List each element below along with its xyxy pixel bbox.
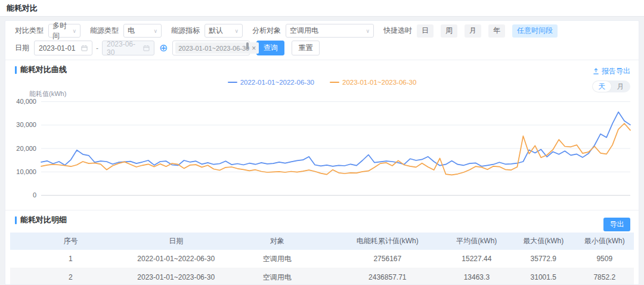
energy-type-label: 能源类型 xyxy=(90,26,119,36)
report-export-label: 报告导出 xyxy=(602,66,630,76)
query-button[interactable]: 查询 xyxy=(256,41,284,55)
detail-table: 序号日期对象电能耗累计值(kWh)平均值(kWh)最大值(kWh)最小值(kWh… xyxy=(10,233,634,285)
quick-year-button[interactable]: 年 xyxy=(488,24,505,38)
legend-label: 2023-01-01~2023-06-30 xyxy=(342,79,416,86)
table-cell: 2436857.71 xyxy=(333,273,442,281)
toggle-month[interactable]: 月 xyxy=(611,81,630,92)
compare-type-select[interactable]: 多时间 ∨ xyxy=(48,24,80,38)
chevron-down-icon: ∨ xyxy=(72,28,76,34)
table-body: 12022-01-01~2022-06-30空调用电275616715227.4… xyxy=(10,250,634,285)
upload-icon xyxy=(593,68,599,75)
quick-select-label: 快捷选时 xyxy=(383,26,412,36)
table-section: 能耗对比明细 导出 序号日期对象电能耗累计值(kWh)平均值(kWh)最大值(k… xyxy=(5,215,639,285)
column-header: 序号 xyxy=(10,236,131,246)
quick-week-button[interactable]: 周 xyxy=(441,24,457,38)
legend-line-swatch xyxy=(228,82,237,83)
start-date-input[interactable]: 2023-01-01 xyxy=(34,41,92,55)
quick-day-button[interactable]: 日 xyxy=(417,24,434,38)
calendar-icon xyxy=(143,45,150,51)
table-cell: 15227.44 xyxy=(442,255,512,263)
page-header: 能耗对比 xyxy=(0,0,644,17)
chart-section: 能耗对比曲线 报告导出 天 月 2022-01-01~2022-06-30202… xyxy=(5,65,639,196)
energy-indicator-label: 能源指标 xyxy=(171,26,200,36)
divider xyxy=(5,210,639,210)
table-cell: 7852.2 xyxy=(575,273,634,281)
table-cell: 31001.5 xyxy=(512,273,575,281)
column-header: 对象 xyxy=(221,236,333,246)
table-row: 12022-01-01~2022-06-30空调用电275616715227.4… xyxy=(10,250,634,268)
range-tag-container: 2023-01-01~2023-06-30 × xyxy=(172,41,250,55)
quick-month-button[interactable]: 月 xyxy=(465,24,481,38)
y-axis-tick: 0 xyxy=(33,191,36,199)
column-header: 日期 xyxy=(131,236,221,246)
energy-type-select[interactable]: 电 ∨ xyxy=(123,24,162,38)
legend-line-swatch xyxy=(330,82,339,83)
table-cell: 35772.9 xyxy=(512,255,575,263)
remove-tag-icon[interactable]: × xyxy=(252,44,256,52)
table-cell: 9509 xyxy=(575,255,634,263)
column-header: 最小值(kWh) xyxy=(575,236,634,246)
end-date-input[interactable]: 2023-06-30 xyxy=(102,41,154,55)
start-date-value: 2023-01-01 xyxy=(39,44,75,52)
add-range-icon[interactable]: ⊕ xyxy=(159,43,168,53)
chevron-down-icon: ∨ xyxy=(366,28,370,34)
compare-type-label: 对比类型 xyxy=(15,26,44,36)
filter-row: 对比类型 多时间 ∨ 能源类型 电 ∨ 能源指标 默认 ∨ 分析对象 空调用电 xyxy=(15,24,639,38)
table-row: 22023-01-01~2023-06-30空调用电2436857.711346… xyxy=(10,268,634,285)
table-cell: 2756167 xyxy=(333,255,442,263)
range-tag-label: 2023-01-01~2023-06-30 xyxy=(178,45,249,52)
y-axis-tick: 20,000 xyxy=(16,145,36,152)
y-axis-tick: 30,000 xyxy=(16,121,36,128)
series-line xyxy=(41,123,630,175)
table-export-button[interactable]: 导出 xyxy=(603,218,630,231)
analysis-object-label: 分析对象 xyxy=(252,26,281,36)
legend-label: 2022-01-01~2022-06-30 xyxy=(240,79,314,86)
section-accent-bar xyxy=(15,216,17,224)
day-month-toggle: 天 月 xyxy=(592,80,630,92)
legend-item[interactable]: 2023-01-01~2023-06-30 xyxy=(330,78,416,86)
column-header: 平均值(kWh) xyxy=(442,236,512,246)
energy-type-value: 电 xyxy=(128,26,135,36)
legend-item[interactable]: 2022-01-01~2022-06-30 xyxy=(228,78,314,86)
date-row: 日期 2023-01-01 - 2023-06-30 ⊕ 2023-01-01~ xyxy=(15,41,639,55)
page-title: 能耗对比 xyxy=(7,3,38,14)
report-export-link[interactable]: 报告导出 xyxy=(593,66,630,76)
y-axis-tick: 10,000 xyxy=(16,168,36,175)
chevron-down-icon: ∨ xyxy=(234,28,239,34)
table-cell: 空调用电 xyxy=(221,254,333,264)
table-header-row: 序号日期对象电能耗累计值(kWh)平均值(kWh)最大值(kWh)最小值(kWh… xyxy=(10,233,634,250)
series-line xyxy=(41,112,630,166)
analysis-object-select[interactable]: 空调用电 ∨ xyxy=(286,24,374,38)
column-header: 最大值(kWh) xyxy=(512,236,575,246)
date-label: 日期 xyxy=(15,43,29,53)
column-header: 电能耗累计值(kWh) xyxy=(333,236,442,246)
toggle-day[interactable]: 天 xyxy=(593,81,611,92)
table-cell: 13463.3 xyxy=(442,273,512,281)
date-range-separator: - xyxy=(96,44,98,52)
end-date-value: 2023-06-30 xyxy=(107,40,143,57)
y-axis-ticks: 010,00020,00030,00040,000 xyxy=(10,101,36,195)
chart-plot-area[interactable]: 010,00020,00030,00040,000 xyxy=(41,101,630,196)
energy-indicator-value: 默认 xyxy=(209,26,223,36)
reset-button[interactable]: 重置 xyxy=(292,41,320,55)
scrollbar[interactable] xyxy=(246,42,249,49)
energy-indicator-select[interactable]: 默认 ∨ xyxy=(205,24,243,38)
table-cell: 2022-01-01~2022-06-30 xyxy=(131,255,221,263)
chart-legend: 2022-01-01~2022-06-302023-01-01~2023-06-… xyxy=(5,78,639,86)
any-time-range-button[interactable]: 任意时间段 xyxy=(512,24,558,38)
chart-section-title: 能耗对比曲线 xyxy=(20,64,67,75)
divider xyxy=(5,60,639,60)
compare-type-value: 多时间 xyxy=(52,21,69,41)
y-axis-label: 能耗值(kWh) xyxy=(29,89,639,97)
chevron-down-icon: ∨ xyxy=(153,28,157,34)
analysis-object-value: 空调用电 xyxy=(290,26,318,36)
y-axis-tick: 40,000 xyxy=(16,98,36,105)
table-cell: 2023-01-01~2023-06-30 xyxy=(131,273,221,281)
table-cell: 空调用电 xyxy=(221,272,333,283)
main-card: 对比类型 多时间 ∨ 能源类型 电 ∨ 能源指标 默认 ∨ 分析对象 空调用电 xyxy=(5,20,639,285)
table-cell: 1 xyxy=(10,255,131,263)
table-cell: 2 xyxy=(10,273,131,281)
table-section-title: 能耗对比明细 xyxy=(20,215,67,225)
comparison-line-chart xyxy=(41,101,630,196)
calendar-icon xyxy=(81,45,88,51)
